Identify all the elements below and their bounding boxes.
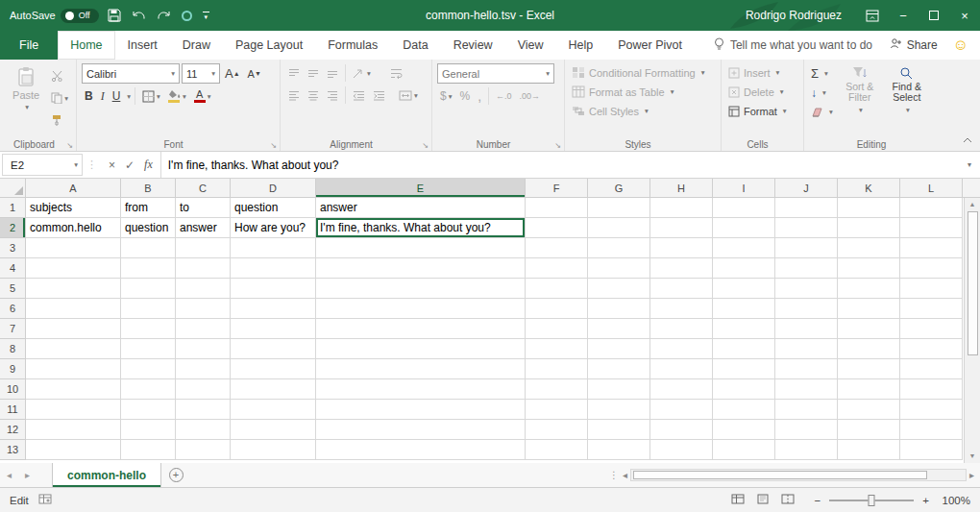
cell-I13[interactable] <box>713 440 775 460</box>
column-header-B[interactable]: B <box>121 179 176 198</box>
merge-center-button[interactable]: ▾ <box>396 85 421 105</box>
cancel-button[interactable]: × <box>109 158 115 172</box>
expand-formula-bar-icon[interactable]: ▾ <box>959 152 980 178</box>
cell-H1[interactable] <box>650 198 713 218</box>
cell-E2[interactable]: I'm fine, thanks. What about you? <box>316 218 526 238</box>
paste-button[interactable]: Paste ▾ <box>7 63 45 111</box>
row-header-4[interactable]: 4 <box>0 258 26 279</box>
cell-F7[interactable] <box>526 319 588 339</box>
cell-D7[interactable] <box>231 319 316 339</box>
cell-C12[interactable] <box>176 420 231 440</box>
cell-E7[interactable] <box>316 319 526 339</box>
cell-J6[interactable] <box>775 299 838 319</box>
fill-color-button[interactable]: ▾ <box>165 86 189 106</box>
bottom-align-button[interactable] <box>324 63 341 83</box>
cell-D6[interactable] <box>231 299 316 319</box>
cell-F1[interactable] <box>526 198 588 218</box>
cell-I12[interactable] <box>713 420 775 440</box>
cell-J7[interactable] <box>775 319 838 339</box>
cell-I11[interactable] <box>713 400 775 420</box>
middle-align-button[interactable] <box>305 63 322 83</box>
draw-tool-icon[interactable] <box>182 11 192 21</box>
cell-G2[interactable] <box>588 218 650 238</box>
tab-review[interactable]: Review <box>441 31 505 60</box>
cell-L12[interactable] <box>900 420 963 440</box>
cell-B6[interactable] <box>121 299 176 319</box>
cell-A9[interactable] <box>26 359 121 379</box>
cell-L10[interactable] <box>900 379 963 400</box>
fill-button[interactable]: ↓▾ <box>809 84 835 102</box>
cell-L4[interactable] <box>900 258 963 279</box>
cell-J11[interactable] <box>775 400 838 420</box>
cell-L6[interactable] <box>900 299 963 319</box>
cell-J4[interactable] <box>775 258 838 279</box>
user-name[interactable]: Rodrigo Rodriguez <box>746 9 842 22</box>
column-header-K[interactable]: K <box>838 179 900 198</box>
row-header-12[interactable]: 12 <box>0 420 26 440</box>
cell-J2[interactable] <box>775 218 838 238</box>
row-header-7[interactable]: 7 <box>0 319 26 339</box>
cell-A2[interactable]: common.hello <box>26 218 121 238</box>
cell-B7[interactable] <box>121 319 176 339</box>
cell-G8[interactable] <box>588 339 650 359</box>
cell-I10[interactable] <box>713 379 775 400</box>
cell-B12[interactable] <box>121 420 176 440</box>
cell-A3[interactable] <box>26 238 121 258</box>
column-header-A[interactable]: A <box>26 179 121 198</box>
clipboard-dialog-launcher[interactable]: ↘ <box>66 141 73 150</box>
cell-I9[interactable] <box>713 359 775 379</box>
insert-function-button[interactable]: fx <box>144 158 153 172</box>
cell-F10[interactable] <box>526 379 588 400</box>
cell-K7[interactable] <box>838 319 900 339</box>
cell-D10[interactable] <box>231 379 316 400</box>
cell-E4[interactable] <box>316 258 526 279</box>
autosave-control[interactable]: AutoSave Off <box>10 9 99 23</box>
cell-E3[interactable] <box>316 238 526 258</box>
cell-H3[interactable] <box>650 238 713 258</box>
font-name-select[interactable]: Calibri▾ <box>82 63 180 84</box>
cell-F12[interactable] <box>526 420 588 440</box>
cell-G6[interactable] <box>588 299 650 319</box>
clear-button[interactable]: ▾ <box>809 103 835 121</box>
cell-K4[interactable] <box>838 258 900 279</box>
cell-H9[interactable] <box>650 359 713 379</box>
horizontal-scrollbar-thumb[interactable] <box>633 471 927 479</box>
comma-style-button[interactable]: , <box>475 86 484 106</box>
column-header-F[interactable]: F <box>526 179 588 198</box>
cell-D12[interactable] <box>231 420 316 440</box>
cell-A11[interactable] <box>26 400 121 420</box>
customize-quick-access-icon[interactable]: ▾ <box>203 12 209 19</box>
column-header-I[interactable]: I <box>713 179 775 198</box>
cell-B4[interactable] <box>121 258 176 279</box>
cell-C2[interactable]: answer <box>176 218 231 238</box>
cell-H6[interactable] <box>650 299 713 319</box>
cell-F3[interactable] <box>526 238 588 258</box>
cell-E5[interactable] <box>316 279 526 299</box>
cell-I4[interactable] <box>713 258 775 279</box>
cell-J1[interactable] <box>775 198 838 218</box>
cut-button[interactable] <box>48 66 71 85</box>
cell-G10[interactable] <box>588 379 650 400</box>
cell-G7[interactable] <box>588 319 650 339</box>
tab-file[interactable]: File <box>0 31 58 60</box>
tab-insert[interactable]: Insert <box>115 31 170 60</box>
format-as-table-button[interactable]: Format as Table▾ <box>570 83 706 101</box>
cell-J13[interactable] <box>775 440 838 460</box>
cell-D8[interactable] <box>231 339 316 359</box>
formula-bar-splitter[interactable]: ⋮ <box>83 152 101 178</box>
number-dialog-launcher[interactable]: ↘ <box>554 141 561 150</box>
sheet-tab-common-hello[interactable]: common-hello <box>52 463 161 487</box>
autosave-toggle[interactable]: Off <box>61 9 99 23</box>
cell-C10[interactable] <box>176 379 231 400</box>
tab-home[interactable]: Home <box>58 31 114 60</box>
row-header-3[interactable]: 3 <box>0 238 26 258</box>
percent-style-button[interactable]: % <box>456 86 473 106</box>
cell-G13[interactable] <box>588 440 650 460</box>
tab-page-layout[interactable]: Page Layout <box>223 31 315 60</box>
new-sheet-button[interactable]: + <box>161 463 190 487</box>
cell-C7[interactable] <box>176 319 231 339</box>
cell-B11[interactable] <box>121 400 176 420</box>
format-painter-button[interactable] <box>48 110 71 130</box>
save-icon[interactable] <box>108 9 121 22</box>
cell-H10[interactable] <box>650 379 713 400</box>
